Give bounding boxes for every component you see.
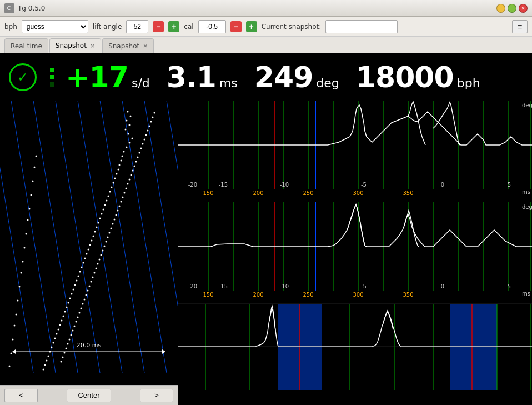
rate-unit: s/d: [132, 76, 150, 90]
svg-point-45: [81, 267, 83, 268]
lift-angle-label: lift angle: [93, 23, 122, 31]
chart-middle-svg: 150 200 250 300 350 -20 -15 -10 -5 0 5 d…: [178, 202, 532, 299]
svg-point-99: [104, 246, 106, 247]
svg-text:-15: -15: [219, 182, 228, 188]
prev-button[interactable]: <: [4, 389, 38, 402]
app-icon: ⏱: [4, 3, 14, 13]
svg-point-22: [119, 164, 121, 166]
svg-point-44: [83, 262, 84, 264]
cal-minus-button[interactable]: −: [230, 21, 242, 32]
maximize-button[interactable]: [508, 4, 516, 13]
svg-point-107: [91, 281, 92, 283]
svg-point-46: [79, 271, 81, 273]
beat-error-value: 3.1: [167, 63, 216, 92]
svg-text:20.0 ms: 20.0 ms: [77, 342, 102, 349]
bph-select[interactable]: guess 18000 21600 28800 36000: [22, 20, 88, 33]
close-button[interactable]: ✕: [519, 4, 528, 13]
svg-point-37: [94, 231, 96, 233]
status-dot-3: [50, 82, 54, 87]
menu-button[interactable]: ≡: [512, 20, 528, 33]
svg-point-67: [44, 364, 46, 366]
svg-point-41: [88, 249, 89, 251]
svg-point-113: [81, 308, 82, 309]
svg-point-40: [89, 244, 91, 246]
svg-point-60: [56, 333, 58, 335]
svg-point-89: [121, 201, 122, 203]
svg-point-79: [137, 157, 139, 158]
svg-point-63: [51, 347, 53, 348]
angle-metric: 249 deg: [254, 63, 339, 92]
svg-point-69: [154, 112, 155, 114]
tab-snapshot-1-close[interactable]: ×: [90, 42, 95, 49]
svg-point-129: [31, 194, 32, 196]
svg-point-128: [32, 181, 34, 182]
tab-snapshot-2[interactable]: Snapshot ×: [102, 38, 154, 53]
svg-point-111: [84, 299, 86, 301]
svg-text:ms: ms: [522, 291, 530, 297]
svg-point-106: [92, 277, 94, 278]
svg-text:deg: deg: [522, 204, 532, 210]
svg-point-15: [128, 133, 129, 135]
cal-input[interactable]: [198, 20, 226, 33]
svg-text:350: 350: [403, 292, 413, 298]
svg-text:deg: deg: [522, 102, 532, 108]
status-dots: [50, 68, 54, 87]
svg-point-130: [29, 208, 31, 210]
center-button[interactable]: Center: [67, 389, 111, 402]
bph-label: bph: [4, 23, 17, 31]
tab-snapshot-1-label: Snapshot: [56, 42, 87, 49]
svg-point-80: [135, 161, 137, 163]
svg-point-76: [142, 143, 144, 145]
snapshot-label: Current snapshot:: [262, 23, 322, 31]
svg-point-66: [46, 360, 48, 362]
lift-angle-minus-button[interactable]: −: [153, 21, 164, 32]
svg-point-34: [99, 218, 101, 219]
svg-point-12: [126, 120, 128, 122]
metrics-bar: ✓ +17 s/d 3.1 ms 249 deg 18000 bph: [0, 53, 532, 101]
svg-point-48: [76, 280, 78, 282]
chart-bottom-svg: [178, 304, 532, 390]
svg-point-96: [109, 232, 111, 234]
svg-text:150: 150: [203, 190, 213, 196]
svg-point-19: [123, 151, 125, 153]
tab-snapshot-1[interactable]: Snapshot ×: [49, 38, 101, 53]
toolbar: bph guess 18000 21600 28800 36000 lift a…: [0, 17, 532, 37]
tab-snapshot-2-close[interactable]: ×: [143, 42, 148, 49]
svg-point-83: [131, 174, 132, 176]
next-button[interactable]: >: [140, 389, 173, 402]
svg-point-108: [89, 286, 91, 287]
lift-angle-plus-button[interactable]: +: [168, 21, 179, 32]
svg-point-91: [117, 210, 119, 212]
checkmark-icon: ✓: [17, 69, 28, 85]
svg-point-11: [130, 116, 132, 117]
svg-point-49: [74, 284, 76, 286]
tab-realtime[interactable]: Real time: [4, 38, 48, 53]
status-icon: ✓: [9, 63, 37, 91]
svg-point-16: [132, 138, 133, 139]
svg-text:-5: -5: [361, 283, 367, 289]
svg-point-115: [77, 317, 79, 318]
svg-point-114: [79, 312, 81, 314]
svg-text:200: 200: [253, 190, 263, 196]
beat-error-metric: 3.1 ms: [167, 63, 238, 92]
svg-point-135: [21, 272, 22, 274]
svg-point-110: [86, 294, 87, 296]
svg-point-81: [134, 166, 135, 167]
svg-point-136: [19, 286, 21, 288]
titlebar: ⏱ Tg 0.5.0 ✕: [0, 0, 532, 17]
svg-text:-20: -20: [188, 182, 197, 188]
lift-angle-input[interactable]: [126, 20, 148, 33]
minimize-button[interactable]: [496, 4, 505, 13]
svg-point-28: [109, 191, 111, 193]
content-area: 20.0 ms < Center >: [0, 101, 532, 405]
bph-unit: bph: [457, 76, 480, 90]
svg-point-65: [48, 356, 49, 357]
svg-point-134: [22, 261, 24, 263]
cal-plus-button[interactable]: +: [246, 21, 257, 32]
tab-realtime-label: Real time: [11, 42, 42, 50]
svg-point-72: [149, 126, 150, 127]
svg-point-27: [111, 187, 113, 188]
svg-point-122: [66, 348, 67, 349]
snapshot-input[interactable]: [325, 20, 398, 33]
svg-text:300: 300: [353, 292, 363, 298]
